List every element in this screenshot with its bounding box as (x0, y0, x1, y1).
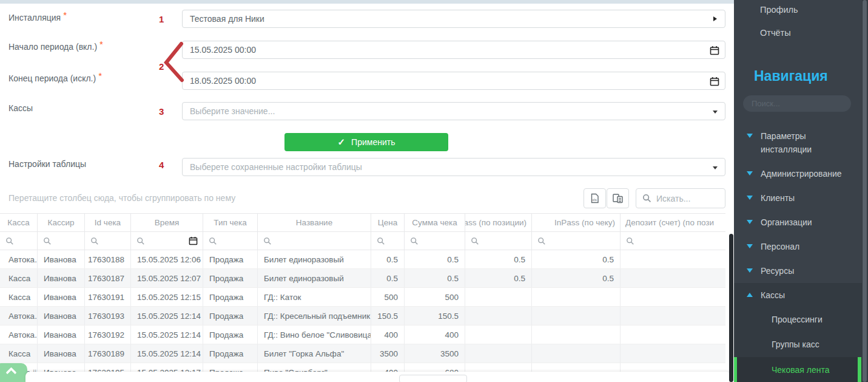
table-cell (465, 307, 532, 325)
sidebar-item[interactable]: Ресурсы (734, 259, 862, 283)
search-icon (410, 237, 419, 245)
sidebar-scrollbar[interactable] (863, 0, 867, 382)
caret-right-icon (713, 16, 717, 21)
table-row[interactable]: КассаИванова1763019115.05.2025 12:15Прод… (0, 288, 725, 307)
table-cell: ГД:: Каток (258, 288, 371, 306)
column-header[interactable]: Сумма чека (405, 214, 465, 231)
column-header[interactable]: Кассир (38, 214, 85, 231)
export-xls-icon: xls (589, 193, 601, 204)
table-cell: 15.05.2025 12:14 (131, 307, 203, 325)
sidebar-item[interactable]: Персонал (734, 234, 862, 259)
sidebar-item[interactable]: Организации (734, 210, 862, 234)
table-cell: 150.5 (371, 307, 405, 325)
pager-control[interactable] (399, 375, 467, 382)
export-xls-button[interactable]: xls (584, 188, 606, 208)
sidebar-subitem[interactable]: Группы касс (734, 332, 862, 357)
sidebar-item[interactable]: Кассы (734, 283, 862, 307)
table-cell: 15.05.2025 12:07 (131, 269, 203, 287)
filter-cell[interactable] (371, 232, 405, 250)
table-cell: Билет "Горка Альфа" (258, 344, 371, 363)
search-icon (263, 237, 272, 245)
sidebar-item[interactable]: Параметры инсталляции (734, 124, 862, 162)
filter-cell[interactable] (532, 232, 621, 250)
sidebar-search-input[interactable] (743, 95, 851, 112)
nav-title: Навигация (754, 68, 828, 84)
column-header[interactable]: InPass (по позиции) (465, 214, 532, 231)
filter-cell[interactable] (465, 232, 532, 250)
table-cell: 500 (371, 288, 405, 306)
column-header[interactable]: Id чека (85, 214, 131, 231)
period-start-label: Начало периода (вкл.)* (8, 41, 103, 52)
column-header[interactable]: Депозит (счет) (по пози (621, 214, 725, 231)
nav-menu: Параметры инсталляцииАдминистрированиеКл… (734, 124, 862, 382)
filter-cell[interactable] (203, 232, 258, 250)
column-header[interactable]: Цена (371, 214, 405, 231)
table-cell: 0.5 (371, 250, 405, 268)
table-cell (532, 307, 621, 325)
sidebar-item[interactable]: Клиенты (734, 186, 862, 210)
filter-cell[interactable] (405, 232, 465, 250)
table-row[interactable]: Автока..Иванова1763018815.05.2025 12:06П… (0, 250, 725, 269)
filter-cell[interactable] (85, 232, 131, 250)
table-row[interactable]: Автока..Иванова1763019215.05.2025 12:14П… (0, 326, 725, 344)
table-row[interactable]: КассаИванова1763018915.05.2025 12:14Прод… (0, 344, 725, 363)
table-cell: Иванова (38, 269, 85, 287)
search-icon (471, 237, 479, 245)
table-cell: 0.5 (405, 269, 465, 287)
table-cell: 500 (405, 288, 465, 306)
column-header[interactable]: Название (258, 214, 371, 231)
sidebar-subitem[interactable]: Процессинги (734, 307, 862, 332)
filter-cell[interactable] (0, 232, 38, 250)
sidebar-item-profile[interactable]: Профиль (760, 5, 798, 15)
table-cell: 15.05.2025 12:14 (131, 344, 203, 363)
table-settings-label: Настройки таблицы (8, 159, 86, 169)
sidebar-item-label: Администрирование (761, 167, 847, 180)
cashdesks-label: Кассы (8, 103, 33, 113)
calendar-icon[interactable] (710, 46, 719, 55)
period-start-input[interactable]: 15.05.2025 00:00 (182, 41, 725, 59)
column-header[interactable]: Тип чека (203, 214, 258, 231)
table-cell: 3500 (405, 344, 465, 363)
apply-button[interactable]: ✓ Применить (284, 133, 448, 151)
table-search[interactable] (636, 188, 725, 208)
table-cell: Иванова (38, 307, 85, 325)
cashdesks-select[interactable]: Выберите значение... (182, 102, 725, 120)
annotation-3: 3 (159, 106, 164, 117)
scroll-top-button[interactable] (0, 363, 27, 382)
sidebar-item[interactable]: Администрирование (734, 162, 862, 186)
search-icon (642, 194, 651, 203)
main-scrollbar[interactable] (729, 234, 733, 382)
column-header[interactable]: InPass (по чеку) (532, 214, 621, 231)
table-cell: 15.05.2025 12:14 (131, 326, 203, 344)
annotation-arrow (161, 41, 184, 83)
table-cell (621, 269, 725, 287)
table-search-input[interactable] (656, 194, 717, 203)
period-end-input[interactable]: 18.05.2025 00:00 (182, 72, 725, 90)
filter-cell[interactable] (38, 232, 85, 250)
filter-cell[interactable] (131, 232, 203, 250)
table-cell: Продажа (203, 288, 258, 306)
column-header[interactable]: Время (131, 214, 203, 231)
sidebar-subitem[interactable]: Чековая лента (734, 357, 862, 382)
table-cell: 0.5 (532, 250, 621, 268)
table-row[interactable]: КассаИванова1763018715.05.2025 12:07Прод… (0, 269, 725, 288)
search-icon (90, 237, 99, 245)
table-cell: 0.5 (532, 269, 621, 287)
table-settings-select[interactable]: Выберете сохраненные настройки таблицы (182, 158, 725, 176)
group-by-hint: Перетащите столбец сюда, чтобы сгруппиро… (8, 193, 235, 203)
column-chooser-button[interactable] (607, 188, 629, 208)
required-asterisk: * (98, 70, 102, 81)
filter-cell[interactable] (621, 232, 725, 250)
sidebar-item-reports[interactable]: Отчёты (760, 28, 791, 38)
filter-cell[interactable] (258, 232, 371, 250)
calendar-icon[interactable] (189, 236, 198, 245)
installation-select[interactable]: Тестовая для Ники (182, 10, 725, 28)
column-header[interactable]: Касса (0, 214, 38, 231)
column-chooser-icon (612, 193, 624, 204)
table-row[interactable]: Автока..Иванова1763019315.05.2025 12:14П… (0, 307, 725, 326)
calendar-icon[interactable] (710, 77, 719, 86)
search-icon (43, 237, 52, 245)
sidebar-item-label: Персонал (761, 240, 847, 253)
table-cell: 0.5 (371, 269, 405, 287)
chevron-up-icon (747, 293, 753, 297)
